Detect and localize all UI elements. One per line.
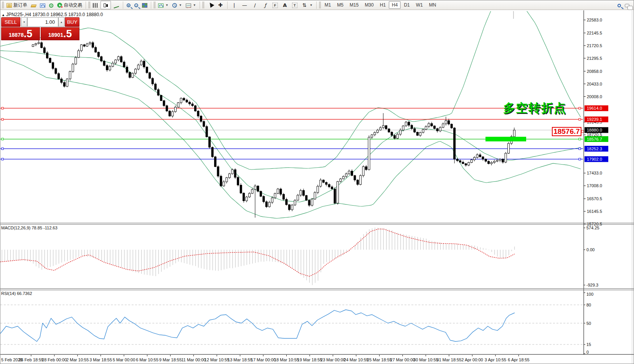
- bid-price-fraction: .5: [24, 29, 33, 39]
- svg-text:30 Mar 10:55: 30 Mar 10:55: [413, 357, 438, 362]
- svg-text:2 Mar 10:55: 2 Mar 10:55: [66, 357, 89, 362]
- svg-text:17008.0: 17008.0: [587, 183, 602, 188]
- svg-text:25 Mar 18:55: 25 Mar 18:55: [367, 357, 392, 362]
- bid-price-main: 18878: [9, 31, 24, 39]
- hline-handle[interactable]: [2, 107, 3, 109]
- hline-handle[interactable]: [579, 107, 581, 109]
- one-click-trading-panel: SELL ▼ 1.00 ▲ BUY 18878.5 18901.5: [1, 17, 79, 40]
- svg-text:12 Mar 10:55: 12 Mar 10:55: [205, 357, 229, 362]
- svg-text:18880.0: 18880.0: [587, 128, 602, 132]
- svg-text:20433.0: 20433.0: [587, 82, 602, 86]
- macd-indicator-label: MACD(12,26,9) 78.85 -112.63: [1, 226, 58, 230]
- svg-text:17902.0: 17902.0: [587, 157, 602, 161]
- svg-text:11 Mar 00:00: 11 Mar 00:00: [181, 357, 206, 362]
- svg-text:3 Mar 18:55: 3 Mar 18:55: [89, 357, 112, 362]
- svg-text:13 Mar 18:55: 13 Mar 18:55: [228, 357, 253, 362]
- price-callout-box[interactable]: 18576.7: [552, 127, 581, 136]
- svg-text:21295.5: 21295.5: [587, 56, 602, 61]
- hline-handle[interactable]: [2, 148, 3, 150]
- volume-input[interactable]: 1.00: [27, 17, 58, 27]
- hline-handle[interactable]: [2, 119, 3, 120]
- hline-handle[interactable]: [579, 138, 581, 140]
- hline-handle[interactable]: [2, 138, 3, 140]
- svg-text:16570.5: 16570.5: [587, 196, 602, 201]
- callout-handle[interactable]: [581, 130, 584, 133]
- svg-text:80: 80: [586, 303, 591, 307]
- svg-text:28 Feb 00:00: 28 Feb 00:00: [42, 357, 67, 362]
- buy-button[interactable]: BUY: [65, 17, 79, 27]
- sell-button[interactable]: SELL: [1, 17, 20, 27]
- svg-text:23 Mar 00:00: 23 Mar 00:00: [320, 357, 345, 362]
- svg-text:17433.0: 17433.0: [587, 171, 602, 175]
- svg-text:24 Mar 10:55: 24 Mar 10:55: [344, 357, 369, 362]
- svg-text:20008.0: 20008.0: [587, 94, 602, 99]
- chart-canvas[interactable]: 22583.022145.521720.521295.520858.020433…: [0, 0, 634, 364]
- svg-text:31 Mar 18:55: 31 Mar 18:55: [437, 357, 462, 362]
- svg-text:19 Mar 18:55: 19 Mar 18:55: [297, 357, 322, 362]
- svg-text:19239.1: 19239.1: [587, 117, 602, 122]
- symbol-title: ▲JPN225-,H4 18730.0 18962.5 18710.0 1888…: [2, 12, 103, 17]
- turning-point-annotation[interactable]: 多空转折点: [503, 100, 566, 116]
- svg-text:0.00: 0.00: [586, 247, 594, 252]
- bid-price-box[interactable]: 18878.5: [1, 27, 40, 40]
- rsi-indicator-label: RSI(14) 66.7362: [1, 291, 32, 296]
- ask-price-main: 18901: [48, 31, 63, 39]
- ask-price-box[interactable]: 18901.5: [41, 27, 79, 40]
- svg-text:27 Mar 00:00: 27 Mar 00:00: [390, 357, 415, 362]
- svg-text:21720.5: 21720.5: [587, 43, 602, 48]
- symbol-ohlc-text: JPN225-,H4 18730.0 18962.5 18710.0 18880…: [6, 12, 103, 17]
- svg-text:5 Mar 00:00: 5 Mar 00:00: [113, 357, 135, 362]
- hline-handle[interactable]: [579, 148, 581, 150]
- svg-text:18252.3: 18252.3: [587, 147, 602, 151]
- volume-decrease-button[interactable]: ▼: [21, 17, 27, 27]
- svg-text:100: 100: [586, 292, 593, 296]
- svg-text:22145.5: 22145.5: [587, 31, 602, 35]
- svg-text:20858.0: 20858.0: [587, 69, 602, 74]
- svg-text:2 Apr 00:00: 2 Apr 00:00: [461, 357, 483, 362]
- svg-text:50: 50: [586, 321, 591, 326]
- mt4-window: 新订单 自动交易 + − ▼ ▼ ▼ ✚ | — / ƒ F A T ⇅: [0, 0, 634, 364]
- svg-text:19614.0: 19614.0: [587, 106, 602, 110]
- collapse-panel-icon[interactable]: ▲: [2, 13, 5, 17]
- svg-text:22583.0: 22583.0: [587, 18, 602, 22]
- svg-text:18576.7: 18576.7: [587, 137, 602, 142]
- ask-price-fraction: .5: [63, 29, 72, 39]
- svg-text:17 Mar 00:00: 17 Mar 00:00: [251, 357, 276, 362]
- svg-text:574.25: 574.25: [586, 226, 599, 230]
- svg-text:6 Apr 18:55: 6 Apr 18:55: [508, 357, 529, 362]
- svg-text:0: 0: [586, 350, 589, 354]
- highlight-zone-rect[interactable]: [485, 137, 526, 142]
- svg-text:6 Mar 10:55: 6 Mar 10:55: [136, 357, 158, 362]
- hline-handle[interactable]: [579, 158, 581, 160]
- svg-text:15: 15: [586, 342, 591, 347]
- svg-text:9 Mar 18:55: 9 Mar 18:55: [159, 357, 182, 362]
- svg-text:26 Feb 18:55: 26 Feb 18:55: [19, 357, 44, 362]
- volume-increase-button[interactable]: ▲: [58, 17, 64, 27]
- svg-text:3 Apr 10:55: 3 Apr 10:55: [485, 357, 506, 362]
- svg-text:16145.5: 16145.5: [587, 209, 602, 214]
- svg-text:18 Mar 10:55: 18 Mar 10:55: [274, 357, 299, 362]
- hline-handle[interactable]: [579, 119, 581, 120]
- hline-handle[interactable]: [2, 158, 3, 160]
- svg-text:-929.3: -929.3: [586, 283, 598, 287]
